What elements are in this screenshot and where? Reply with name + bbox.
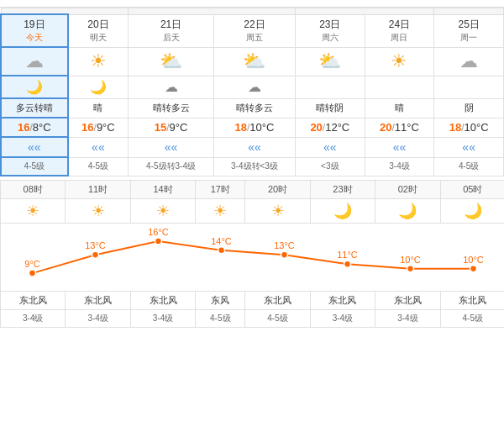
day-date-2: 21日后天 [129, 14, 214, 47]
day-icon-day-1: ☀ [68, 47, 129, 76]
day-temp-1: 16/9°C [68, 118, 129, 137]
hour-label-6: 02时 [375, 181, 440, 199]
temp-row: 16/8°C16/9°C15/9°C18/10°C20/12°C20/11°C1… [1, 118, 504, 137]
day-icon-day-4: ⛅ [295, 47, 365, 76]
day-icon-day-0: ☁ [1, 47, 68, 76]
hour-label-3: 17时 [196, 181, 245, 199]
hour-label-5: 23时 [310, 181, 375, 199]
hourly-wind-dir-6: 东北风 [375, 292, 440, 310]
svg-text:16°C: 16°C [148, 227, 169, 237]
svg-point-4 [155, 238, 162, 245]
day-wind-arrows-5: «« [365, 137, 434, 157]
svg-point-2 [92, 251, 99, 258]
wind-arrows-row: «««««««««««««« [1, 137, 504, 157]
day-icon-day-3: ⛅ [213, 47, 295, 76]
day-wind-arrows-0: «« [1, 137, 68, 157]
svg-point-14 [470, 266, 477, 272]
hourly-wind-level-3: 4-5级 [196, 310, 245, 328]
wind-dir-row: 东北风东北风东北风东风东北风东北风东北风东北风 [1, 292, 505, 310]
period-weekend [129, 8, 296, 15]
forecast-table: 19日今天20日明天21日后天22日周五23日周六24日周日25日周一 ☁☀⛅⛅… [0, 8, 504, 176]
hourly-icon-5: 🌙 [310, 199, 375, 224]
day-temp-5: 20/11°C [365, 118, 434, 137]
day-date-6: 25日周一 [434, 14, 504, 47]
svg-text:10°C: 10°C [400, 255, 421, 265]
temperature-chart: 9°C13°C16°C14°C13°C11°C10°C10°C [1, 224, 504, 291]
day-temp-0: 16/8°C [1, 118, 68, 137]
hourly-wind-dir-1: 东北风 [66, 292, 130, 310]
svg-text:13°C: 13°C [274, 240, 295, 250]
day-temp-3: 18/10°C [213, 118, 295, 137]
day-icon-night-0: 🌙 [1, 76, 68, 98]
day-wind-level-5: 3-4级 [365, 157, 434, 176]
day-wind-arrows-1: «« [68, 137, 129, 157]
day-icon-night-3: ☁ [213, 76, 295, 98]
hourly-icon-1: ☀ [66, 199, 130, 224]
date-row: 19日今天20日明天21日后天22日周五23日周六24日周日25日周一 [1, 14, 504, 47]
chart-row: 9°C13°C16°C14°C13°C11°C10°C10°C [1, 224, 505, 292]
hourly-wind-dir-4: 东北风 [245, 292, 310, 310]
desc-row: 多云转晴晴晴转多云晴转多云晴转阴晴阴 [1, 98, 504, 118]
day-icon-night-1: 🌙 [68, 76, 129, 98]
hourly-wind-dir-3: 东风 [196, 292, 245, 310]
wind-level-row: 4-5级4-5级4-5级转3-4级3-4级转<3级<3级3-4级4-5级 [1, 157, 504, 176]
day-desc-4: 晴转阴 [295, 98, 365, 118]
day-desc-6: 阴 [434, 98, 504, 118]
hourly-icon-6: 🌙 [375, 199, 440, 224]
day-icon-day-6: ☁ [434, 47, 504, 76]
day-wind-arrows-6: «« [434, 137, 504, 157]
icon-day-row: ☁☀⛅⛅⛅☀☁ [1, 47, 504, 76]
svg-point-0 [29, 270, 36, 276]
hourly-wind-level-5: 3-4级 [310, 310, 375, 328]
hourly-wind-level-7: 4-5级 [440, 310, 504, 328]
svg-text:11°C: 11°C [337, 250, 358, 260]
hourly-wind-level-6: 3-4级 [375, 310, 440, 328]
hourly-wind-level-2: 3-4级 [130, 310, 195, 328]
day-date-3: 22日周五 [213, 14, 295, 47]
day-icon-day-5: ☀ [365, 47, 434, 76]
hourly-icon-0: ☀ [1, 199, 66, 224]
hourly-table: 08时11时14时17时20时23时02时05时 ☀☀☀☀☀🌙🌙🌙 9°C13°… [0, 180, 504, 328]
hourly-wind-level-0: 3-4级 [1, 310, 66, 328]
day-desc-3: 晴转多云 [213, 98, 295, 118]
hour-label-7: 05时 [440, 181, 504, 199]
day-desc-2: 晴转多云 [129, 98, 214, 118]
hourly-wind-dir-5: 东北风 [310, 292, 375, 310]
day-icon-night-6 [434, 76, 504, 98]
period-8-15day [434, 8, 504, 15]
day-wind-level-2: 4-5级转3-4级 [129, 157, 214, 176]
day-icon-night-2: ☁ [129, 76, 214, 98]
hourly-icon-7: 🌙 [440, 199, 504, 224]
hour-label-0: 08时 [1, 181, 66, 199]
day-wind-arrows-2: «« [129, 137, 214, 157]
period-header-row [1, 8, 504, 15]
hourly-wind-level-4: 4-5级 [245, 310, 310, 328]
day-temp-4: 20/12°C [295, 118, 365, 137]
hour-row: 08时11时14时17时20时23时02时05时 [1, 181, 505, 199]
day-date-5: 24日周日 [365, 14, 434, 47]
svg-point-10 [344, 261, 351, 267]
day-wind-level-0: 4-5级 [1, 157, 68, 176]
period-7day [295, 8, 433, 15]
day-wind-level-4: <3级 [295, 157, 365, 176]
svg-point-6 [218, 247, 225, 254]
day-temp-6: 18/10°C [434, 118, 504, 137]
hourly-icon-3: ☀ [196, 199, 245, 224]
day-temp-2: 15/9°C [129, 118, 214, 137]
day-date-1: 20日明天 [68, 14, 129, 47]
header [0, 0, 504, 8]
hourly-icon-row: ☀☀☀☀☀🌙🌙🌙 [1, 199, 505, 224]
hourly-wind-dir-7: 东北风 [440, 292, 504, 310]
day-wind-arrows-3: «« [213, 137, 295, 157]
hour-label-4: 20时 [245, 181, 310, 199]
day-wind-level-6: 4-5级 [434, 157, 504, 176]
hourly-icon-4: ☀ [245, 199, 310, 224]
day-date-0: 19日今天 [1, 14, 68, 47]
svg-text:14°C: 14°C [211, 236, 232, 246]
day-wind-level-1: 4-5级 [68, 157, 129, 176]
day-icon-day-2: ⛅ [129, 47, 214, 76]
hour-label-1: 11时 [66, 181, 130, 199]
period-today [1, 8, 129, 15]
day-desc-5: 晴 [365, 98, 434, 118]
hourly-wind-dir-0: 东北风 [1, 292, 66, 310]
